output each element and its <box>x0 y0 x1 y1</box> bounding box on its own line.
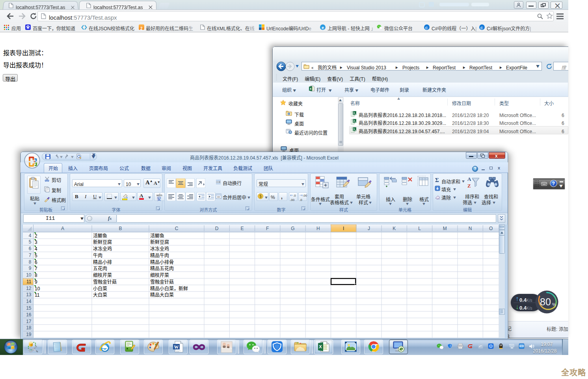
svg-text:新鲜豆腐: 新鲜豆腐 <box>93 238 112 245</box>
svg-text:I: I <box>343 225 344 231</box>
svg-text:$: $ <box>259 193 262 199</box>
svg-text:O: O <box>489 225 493 231</box>
svg-text:4: 4 <box>35 245 37 252</box>
svg-text:L: L <box>418 225 421 231</box>
svg-text:%: % <box>552 301 556 307</box>
svg-text:6: 6 <box>29 245 32 251</box>
svg-text:11: 11 <box>26 278 32 284</box>
svg-text:活鲫鱼: 活鲫鱼 <box>93 232 107 239</box>
svg-text:E: E <box>240 225 244 231</box>
svg-text:2: 2 <box>35 232 37 239</box>
svg-text:17: 17 <box>26 318 32 324</box>
svg-text:M: M <box>443 225 447 231</box>
svg-text:7: 7 <box>35 265 37 271</box>
svg-text:8: 8 <box>29 258 32 265</box>
svg-text:雪融金针菇: 雪融金针菇 <box>150 278 174 285</box>
svg-text:12: 12 <box>26 284 32 291</box>
svg-text:精品小白菜，新鲜: 精品小白菜，新鲜 <box>150 285 188 292</box>
svg-text:10: 10 <box>35 285 40 292</box>
svg-text:大白菜: 大白菜 <box>93 291 107 298</box>
svg-text:F: F <box>266 225 269 231</box>
svg-text:细枝芹菜: 细枝芹菜 <box>93 271 112 278</box>
svg-text:牛肉: 牛肉 <box>93 252 102 258</box>
svg-text:9: 9 <box>29 264 32 271</box>
svg-text:?: ? <box>552 180 555 186</box>
svg-text:H: H <box>316 225 320 231</box>
svg-text:4: 4 <box>29 232 32 238</box>
svg-text:10: 10 <box>26 271 32 278</box>
svg-text:五花肉: 五花肉 <box>93 265 107 271</box>
svg-text:11: 11 <box>35 291 40 298</box>
svg-text:X: X <box>310 87 312 91</box>
svg-text:A: A <box>61 225 64 231</box>
svg-text:3: 3 <box>35 238 37 245</box>
svg-text:精品小排骨: 精品小排骨 <box>150 258 174 265</box>
svg-text:精品牛肉: 精品牛肉 <box>150 252 169 258</box>
svg-text:精品五花肉: 精品五花肉 <box>150 265 174 271</box>
svg-text:精品大白菜: 精品大白菜 <box>150 291 174 298</box>
svg-text:14: 14 <box>26 297 32 304</box>
svg-text:J: J <box>368 225 370 231</box>
svg-text:80: 80 <box>540 294 551 308</box>
svg-text:6: 6 <box>35 258 37 265</box>
svg-text:19: 19 <box>26 331 32 337</box>
svg-text:≤: ≤ <box>324 183 327 187</box>
svg-text:16: 16 <box>26 311 32 318</box>
svg-text:小白菜: 小白菜 <box>93 285 107 292</box>
svg-text:W: W <box>174 344 179 350</box>
svg-text:G: G <box>291 225 294 231</box>
svg-text:雪融金针菇: 雪融金针菇 <box>93 278 117 285</box>
svg-text:Z: Z <box>467 183 471 189</box>
svg-text:K: K <box>393 225 396 231</box>
svg-text:新鲜豆腐: 新鲜豆腐 <box>150 238 169 245</box>
svg-text:5: 5 <box>29 238 32 245</box>
svg-text:C: C <box>175 225 179 231</box>
svg-text:18: 18 <box>26 324 32 331</box>
svg-text:9: 9 <box>35 278 37 285</box>
svg-text:冰冻全鸡: 冰冻全鸡 <box>150 245 169 252</box>
svg-text:细枝芹菜: 细枝芹菜 <box>150 271 169 278</box>
svg-text:D: D <box>215 225 219 231</box>
svg-text:8: 8 <box>35 271 37 278</box>
svg-text:活鲫鱼: 活鲫鱼 <box>150 232 164 239</box>
svg-text:X: X <box>319 343 322 349</box>
svg-text:N: N <box>469 225 472 231</box>
svg-text:精品小排: 精品小排 <box>93 258 112 265</box>
svg-text:B: B <box>119 225 122 231</box>
svg-text:7: 7 <box>29 251 32 258</box>
svg-text:13: 13 <box>26 291 32 297</box>
svg-text:5: 5 <box>35 252 37 258</box>
svg-text:A: A <box>467 176 471 182</box>
svg-text:冰冻全鸡: 冰冻全鸡 <box>93 245 112 252</box>
svg-text:15: 15 <box>26 304 32 311</box>
